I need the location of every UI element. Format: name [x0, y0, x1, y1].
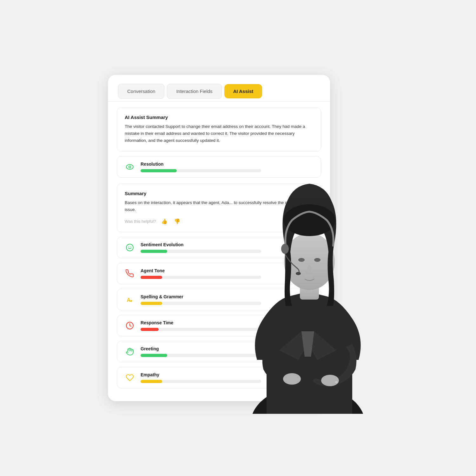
- svg-point-0: [126, 164, 133, 169]
- metric-spelling--grammer: A Spelling & Grammer: [117, 289, 321, 310]
- svg-point-20: [335, 381, 338, 383]
- ai-assist-summary-title: AI Assist Summary: [125, 115, 313, 120]
- metric-label-1: Agent Tone: [141, 268, 313, 273]
- metric-info-2: Spelling & Grammer: [141, 294, 313, 305]
- ai-assist-summary-body: The visitor contacted Support to change …: [125, 123, 313, 144]
- metric-bar-track-4: [141, 354, 261, 357]
- metric-info-1: Agent Tone: [141, 268, 313, 279]
- ai-assist-summary-card: AI Assist Summary The visitor contacted …: [117, 107, 321, 152]
- helpful-label: Was this helpful?: [125, 219, 156, 224]
- metric-label-3: Response Time: [141, 320, 313, 325]
- metric-info-4: Greeting: [141, 346, 313, 357]
- metric-bar-track-1: [141, 276, 261, 279]
- tab-ai-assist[interactable]: AI Assist: [224, 84, 262, 98]
- main-card: Conversation Interaction Fields AI Assis…: [108, 75, 330, 401]
- metric-bar-fill-4: [141, 354, 167, 357]
- tab-interaction-fields[interactable]: Interaction Fields: [167, 84, 221, 99]
- metric-label-0: Sentiment Evolution: [141, 242, 313, 247]
- metric-label-5: Empathy: [141, 372, 313, 377]
- metric-info-0: Sentiment Evolution: [141, 242, 313, 253]
- summary-card: Summary Bases on the interaction, it app…: [117, 183, 321, 233]
- metric-bar-fill-2: [141, 302, 162, 305]
- see-more-link[interactable]: S...: [307, 219, 313, 224]
- metric-bar-fill-0: [141, 250, 167, 253]
- svg-text:A: A: [127, 297, 131, 303]
- resolution-info: Resolution: [141, 162, 313, 172]
- greeting-icon: [125, 347, 135, 357]
- metric-bar-fill-3: [141, 328, 159, 331]
- summary-body: Bases on the interaction, it appears tha…: [125, 199, 313, 214]
- eye-icon: [125, 162, 135, 172]
- metric-bar-track-5: [141, 380, 261, 383]
- content-area: AI Assist Summary The visitor contacted …: [108, 107, 330, 388]
- metrics-container: Sentiment Evolution Agent Tone A Spellin…: [117, 237, 321, 388]
- svg-point-1: [129, 166, 131, 168]
- metric-bar-track-0: [141, 250, 261, 253]
- metric-empathy: Empathy: [117, 367, 321, 388]
- metric-resolution: Resolution: [117, 156, 321, 178]
- metric-response-time: Response Time: [117, 315, 321, 336]
- metric-bar-track-3: [141, 328, 261, 331]
- spelling-icon: A: [125, 294, 135, 305]
- metric-label-4: Greeting: [141, 346, 313, 351]
- metric-bar-track-2: [141, 302, 261, 305]
- thumbs-up-button[interactable]: 👍: [160, 218, 169, 225]
- helpful-row: Was this helpful? 👍 👎 S...: [125, 218, 313, 225]
- tab-conversation[interactable]: Conversation: [118, 84, 164, 99]
- empathy-icon: [125, 373, 135, 383]
- outer-wrapper: Conversation Interaction Fields AI Assis…: [95, 62, 381, 414]
- metric-info-5: Empathy: [141, 372, 313, 383]
- thumbs-down-button[interactable]: 👎: [173, 218, 182, 225]
- svg-point-2: [126, 244, 133, 251]
- metric-agent-tone: Agent Tone: [117, 263, 321, 284]
- metric-label-2: Spelling & Grammer: [141, 294, 313, 299]
- metric-sentiment-evolution: Sentiment Evolution: [117, 237, 321, 258]
- agent-tone-icon: [125, 268, 135, 279]
- smile-icon: [125, 242, 135, 253]
- metric-info-3: Response Time: [141, 320, 313, 331]
- metric-bar-fill-5: [141, 380, 162, 383]
- tabs-bar: Conversation Interaction Fields AI Assis…: [108, 75, 330, 102]
- summary-title: Summary: [125, 191, 313, 196]
- resolution-bar-fill: [141, 169, 177, 172]
- response-time-icon: [125, 321, 135, 331]
- metric-bar-fill-1: [141, 276, 162, 279]
- resolution-label: Resolution: [141, 162, 313, 167]
- metric-greeting: Greeting: [117, 341, 321, 362]
- resolution-bar-track: [141, 169, 261, 172]
